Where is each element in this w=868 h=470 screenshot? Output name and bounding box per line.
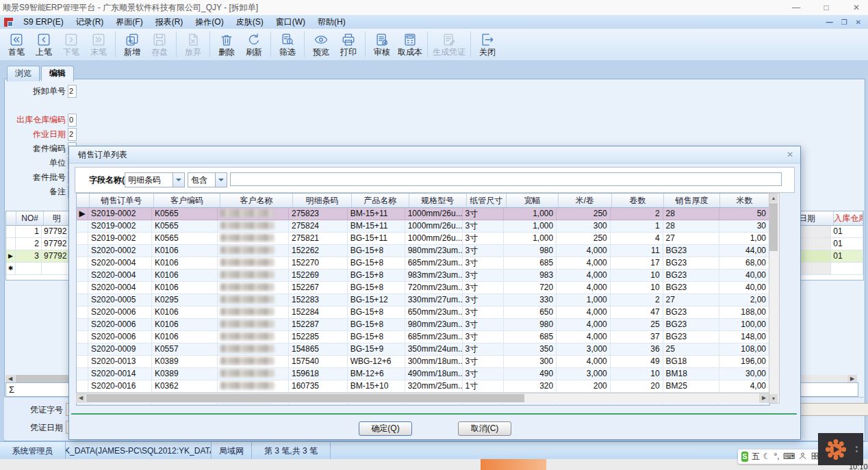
toolbar-button-preview[interactable]: 预览 [307,32,335,57]
nav-last-icon [91,32,106,47]
chevron-down-icon[interactable] [215,173,227,187]
sales-order-row[interactable]: S2020-0005K0295152283BG-15+12330mm/27um.… [77,294,769,306]
sales-order-row[interactable]: S2019-0002K0565275821BG-15+111000mm/26u.… [77,233,769,245]
menu-item-3[interactable]: 报表(R) [149,15,190,29]
grid-header-cell[interactable]: 卷数 [612,194,664,207]
grid-cell: BG-15+11 [348,233,405,244]
sales-order-row[interactable]: S2020-0006K0106152287BG-15+8980mm/23um..… [77,319,769,331]
ime-item-4[interactable]: ⌨ [783,449,795,464]
horizontal-scrollbar[interactable]: ◀ ▶ [76,393,769,403]
toolbar-button-refresh[interactable]: 刷新 [240,32,268,57]
field-input-0[interactable]: 2 [68,85,77,98]
grid-header-cell[interactable]: 客户编码 [154,194,221,207]
grid-header-cell[interactable]: 明 [44,211,70,225]
mdi-restore-button[interactable]: ❐ [841,18,847,26]
menu-item-6[interactable]: 窗口(W) [270,15,311,29]
screen-recorder-widget[interactable] [818,433,863,465]
menu-item-7[interactable]: 帮助(H) [311,15,352,29]
tab-edit[interactable]: 编辑 [41,66,74,81]
grid-header-cell[interactable]: 纸管尺寸 [467,194,507,207]
toolbar-button-audit[interactable]: 审核 [368,32,396,57]
sales-order-row[interactable]: S2020-0013K0389157540WBG-12+6300mm/18um.… [77,356,769,368]
sales-order-row[interactable]: S2020-0004K0106152269BG-15+8983mm/23um..… [77,270,769,282]
grid-header-cell[interactable]: 规格型号 [409,194,467,207]
table-row[interactable]: ✱ [6,263,70,275]
sales-order-row[interactable]: S2020-0014K0389159618BM-12+6490mm/18um..… [77,368,769,380]
vertical-scrollbar[interactable]: ▲ ▼ [769,193,780,404]
field-select[interactable]: 明细条码 [125,172,185,187]
minimize-button[interactable]: — [790,0,802,15]
sales-order-row[interactable]: ▶S2019-0002K0565275823BM-15+111000mm/26u… [77,208,769,220]
grid-header-cell[interactable]: 销售厚度 [664,194,720,207]
sales-order-row[interactable]: S2020-0009K0557154865BG-15+9350mm/24um..… [77,343,769,356]
toolbar-button-close-exit[interactable]: 关闭 [474,32,501,57]
grid-header-cell[interactable]: NO# [16,211,44,225]
scrollbar-thumb[interactable] [769,203,778,251]
scrollbar-thumb[interactable] [86,394,524,402]
scroll-down-button[interactable]: ▼ [769,394,778,403]
toolbar-button-nav-prev[interactable]: 上笔 [30,32,58,57]
toolbar-button-print[interactable]: 打印 [335,32,362,57]
chevron-down-icon[interactable] [173,173,184,187]
sales-order-row[interactable]: S2020-0004K0106152267BG-15+8720mm/23um..… [77,282,769,294]
menu-item-2[interactable]: 界面(F) [110,15,149,29]
field-input-1[interactable]: 0 [68,114,77,127]
grid-header-cell[interactable]: 客户名称 [220,194,293,207]
grid-header-cell[interactable]: 产品名称 [352,194,409,207]
sales-order-row[interactable]: S2019-0002K0565275824BM-15+111000mm/26u.… [77,220,769,233]
sales-order-row[interactable]: S2020-0016K0362160735BM-15+10320mm/25um.… [77,380,769,393]
grid-header-cell[interactable]: 米/卷 [559,194,612,207]
scroll-right-button[interactable]: ▶ [759,393,769,403]
field-input-2[interactable]: 2 [68,128,77,141]
sales-order-row[interactable]: S2020-0004K0106152270BG-15+8685mm/23um..… [77,257,769,270]
table-row[interactable]: 297792 [6,238,70,250]
grid-header-cell[interactable]: 销售订单号 [90,194,154,207]
ime-item-3[interactable]: °, [774,449,780,464]
grid-header-cell[interactable]: 入库仓库 [834,211,863,225]
toolbar-button-add-doc[interactable]: 新增 [118,32,146,57]
grid-header-cell[interactable]: 米数 [720,194,769,207]
ime-item-1[interactable]: 五 [752,449,760,464]
mdi-minimize-button[interactable]: — [826,18,833,26]
dialog-close-icon[interactable]: ✕ [787,146,793,163]
close-exit-icon [480,32,495,47]
menu-item-4[interactable]: 操作(O) [189,15,229,29]
cancel-button[interactable]: 取消(C) [458,421,511,436]
row-selector: ▶ [77,208,88,220]
sogou-logo-icon[interactable]: S [741,452,748,462]
toolbar-button-delete[interactable]: 删除 [213,32,240,57]
search-input[interactable] [230,172,782,186]
scroll-up-button[interactable]: ▲ [769,194,778,203]
toolbar-button-label: 筛选 [279,47,296,57]
table-row[interactable]: 197792 [6,226,70,238]
mdi-close-button[interactable]: ✕ [856,18,861,26]
scroll-left-button[interactable]: ◀ [76,393,86,403]
table-row[interactable]: ▶397792 [6,250,70,263]
ok-button[interactable]: 确定(Q) [359,421,412,436]
person-icon[interactable] [798,452,807,462]
grid-cell: 10 [611,282,663,293]
toolbar-button-nav-first[interactable]: 首笔 [3,32,30,57]
grid-header-cell[interactable] [6,211,16,225]
toolbar-button-cost[interactable]: 取成本 [396,32,424,57]
taskbar-active-app[interactable] [481,459,546,470]
grid-cell: S2020-0005 [88,294,152,306]
sales-order-row[interactable]: S2020-0006K0106152284BG-15+8650mm/23um..… [77,306,769,319]
menu-item-0[interactable]: S9 ERP(E) [17,15,70,29]
sales-order-row[interactable]: S2020-0002K0106152262BG-15+8980mm/23um..… [77,245,769,257]
ime-item-2[interactable]: ☾ [763,449,771,464]
dialog-title-bar[interactable]: 销售订单列表 ✕ [69,146,800,164]
toolbar-button-filter[interactable]: 筛选 [274,32,301,57]
menu-item-5[interactable]: 皮肤(S) [230,15,270,29]
menu-item-1[interactable]: 记录(R) [70,15,110,29]
grid-header-cell[interactable]: 宽幅 [507,194,559,207]
row-barcode: 97792 [42,250,70,262]
field-label-3: 套件编码 [4,142,66,155]
close-button[interactable]: ✕ [850,0,863,15]
maximize-button[interactable]: □ [820,0,832,15]
tab-browse[interactable]: 浏览 [7,66,40,81]
operator-select[interactable]: 包含 [188,172,227,187]
audit-icon [374,32,390,47]
grid-header-cell[interactable]: 明细条码 [293,194,352,207]
sales-order-row[interactable]: S2020-0006K0106152285BG-15+8685mm/23um..… [77,331,769,343]
